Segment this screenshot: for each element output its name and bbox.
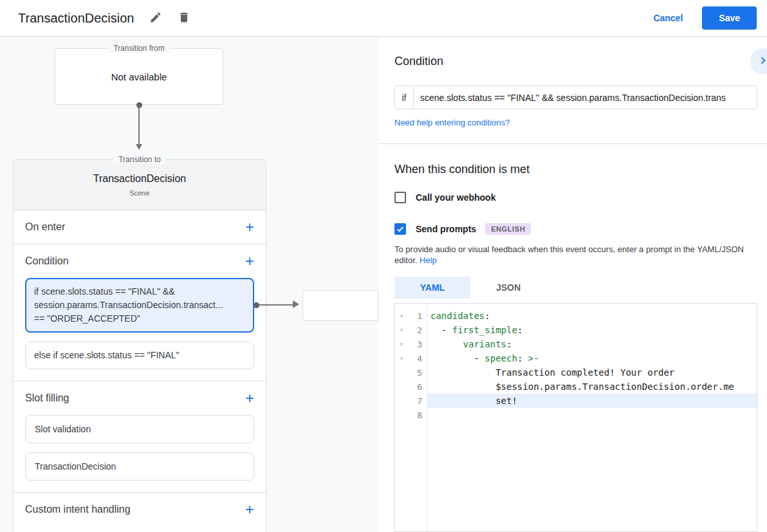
send-prompts-checkbox[interactable] (394, 223, 406, 235)
webhook-label: Call your webhook (416, 192, 495, 203)
line-number: 7 (408, 396, 427, 406)
scene-editor: TransactionDecision Cancel Save Transiti… (0, 0, 767, 532)
slot-card-validation[interactable]: Slot validation (25, 415, 254, 443)
section-row: Custom intent handling + (25, 493, 254, 526)
arrow-right-icon (293, 300, 299, 308)
line-number: 5 (408, 368, 427, 378)
fold-arrow-icon[interactable]: ▾ (395, 341, 408, 347)
condition-card-else[interactable]: else if scene.slots.status == "FINAL" (25, 342, 254, 369)
arrow-down-icon (136, 144, 142, 150)
section-row: Slot filling + (25, 381, 254, 415)
save-button[interactable]: Save (702, 6, 757, 30)
condition-card-selected[interactable]: if scene.slots.status == "FINAL" && sess… (25, 278, 254, 333)
chevron-right-icon (756, 53, 767, 69)
line-number: 2 (408, 326, 427, 335)
line-number: 8 (408, 410, 427, 420)
gutter-row: ▾2 (395, 323, 427, 337)
editor-tabs: YAML JSON (394, 277, 546, 298)
scene-title: TransactionDecision (14, 173, 266, 185)
conditions-help-link[interactable]: Need help entering conditions? (394, 118, 510, 127)
tab-yaml[interactable]: YAML (394, 277, 470, 298)
page-title: TransactionDecision (18, 11, 134, 26)
gutter-row: 8 (395, 408, 427, 422)
connector-line-vertical (138, 105, 140, 145)
language-badge: ENGLISH (485, 223, 531, 235)
panel-divider (378, 143, 767, 144)
add-on-enter-button[interactable]: + (245, 219, 254, 235)
cancel-button[interactable]: Cancel (653, 13, 683, 23)
section-slot-filling: Slot filling + Slot validation Transacti… (14, 381, 266, 493)
section-row: On enter + (25, 210, 254, 244)
fold-arrow-icon[interactable]: ▾ (395, 313, 408, 319)
send-prompts-row: Send prompts ENGLISH (394, 223, 531, 235)
transition-from-box: Transition from Not available (55, 48, 223, 105)
code-editor[interactable]: ▾1▾2▾3▾45678 candidates: - first_simple:… (394, 303, 757, 532)
delete-scene-button[interactable] (178, 11, 190, 26)
scene-subtitle: Scene (14, 189, 266, 197)
tab-json[interactable]: JSON (470, 277, 546, 298)
scene-graph-canvas: Transition from Not available Transition… (0, 37, 378, 532)
line-number: 6 (408, 382, 427, 392)
section-custom-intent: Custom intent handling + (14, 493, 266, 526)
section-on-enter: On enter + (14, 210, 266, 244)
if-prefix: if (395, 86, 414, 109)
scene-card-header[interactable]: TransactionDecision Scene (14, 160, 266, 210)
section-condition: Condition + if scene.slots.status == "FI… (14, 244, 266, 381)
code-line[interactable]: - speech: >- (427, 351, 757, 365)
fold-arrow-icon[interactable]: ▾ (395, 327, 408, 333)
editor-code[interactable]: candidates: - first_simple: variants: - … (427, 304, 757, 531)
prompt-help-link[interactable]: Help (420, 255, 437, 265)
panel-title: Condition (394, 55, 443, 68)
transition-from-content: Not available (111, 71, 167, 82)
webhook-checkbox[interactable] (394, 192, 406, 203)
section-label-slot-filling: Slot filling (25, 392, 69, 404)
condition-card-line: if scene.slots.status == "FINAL" && (34, 285, 245, 298)
fold-arrow-icon[interactable]: ▾ (395, 355, 408, 362)
prompt-description-text: To provide audio or visual feedback when… (394, 244, 744, 265)
condition-input[interactable] (414, 86, 757, 109)
gutter-row: 5 (395, 365, 427, 380)
code-line[interactable]: candidates: (427, 309, 757, 323)
slot-card-transaction-decision[interactable]: TransactionDecision (25, 452, 254, 481)
add-condition-button[interactable]: + (245, 253, 254, 269)
transition-to-label: Transition to (113, 155, 166, 164)
section-label-custom-intent: Custom intent handling (25, 504, 131, 515)
add-custom-intent-button[interactable]: + (245, 502, 254, 517)
condition-card-line: else if scene.slots.status == "FINAL" (34, 349, 245, 362)
code-line[interactable]: $session.params.TransactionDecision.orde… (427, 380, 757, 394)
connector-line-horizontal (257, 304, 293, 306)
gutter-row: 7 (395, 394, 427, 408)
gutter-row: ▾3 (395, 337, 427, 351)
line-number: 4 (408, 354, 427, 363)
transition-target-box[interactable] (302, 290, 378, 321)
section-label-condition: Condition (25, 255, 69, 267)
collapse-panel-button[interactable] (750, 48, 767, 74)
gutter-row: ▾4 (395, 351, 427, 365)
prompt-description: To provide audio or visual feedback when… (394, 244, 750, 266)
send-prompts-label: Send prompts (416, 224, 476, 234)
section-label-on-enter: On enter (25, 221, 65, 233)
check-icon (396, 225, 405, 234)
line-number: 3 (408, 340, 427, 349)
pencil-icon (149, 11, 162, 26)
editor-gutter: ▾1▾2▾3▾45678 (395, 304, 427, 531)
code-line[interactable]: set! (427, 394, 757, 408)
add-slot-button[interactable]: + (245, 390, 254, 406)
trash-icon (178, 11, 190, 26)
condition-panel: Condition if Need help entering conditio… (378, 37, 767, 532)
section-row: Condition + (25, 244, 254, 278)
scene-card: TransactionDecision Scene On enter + Con… (13, 159, 266, 532)
code-line[interactable]: Transaction completed! Your order (427, 365, 757, 380)
edit-title-button[interactable] (149, 11, 162, 26)
when-condition-met-title: When this condition is met (394, 163, 530, 176)
code-line[interactable] (427, 408, 757, 422)
line-number: 1 (408, 311, 427, 321)
condition-card-line: == "ORDER_ACCEPTED" (34, 312, 245, 326)
gutter-row: ▾1 (395, 309, 427, 323)
transition-from-label: Transition from (108, 44, 170, 53)
top-bar: TransactionDecision Cancel Save (0, 0, 767, 37)
gutter-row: 6 (395, 380, 427, 394)
condition-input-group: if (394, 86, 757, 109)
code-line[interactable]: - first_simple: (427, 323, 757, 337)
code-line[interactable]: variants: (427, 337, 757, 351)
